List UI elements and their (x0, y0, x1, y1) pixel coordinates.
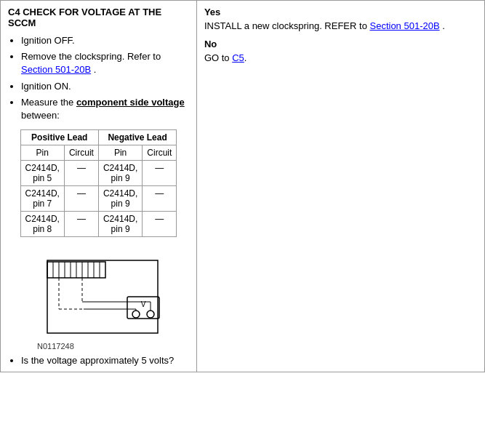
table-row: C2414D,pin 7 — C2414D,pin 9 — (20, 186, 177, 212)
table-row: C2414D,pin 5 — C2414D,pin 9 — (20, 161, 177, 186)
yes-install-text: INSTALL a new clockspring. REFER to (204, 20, 370, 31)
circuit-col-header-1: Circuit (64, 145, 98, 161)
no-label: No (204, 39, 477, 49)
table-subheader-row: Pin Circuit Pin Circuit (20, 145, 177, 161)
left-column: C4 CHECK FOR VOLTAGE AT THE SCCM Ignitio… (1, 1, 197, 372)
right-column: Yes INSTALL a new clockspring. REFER to … (196, 1, 484, 372)
voltage-measurement-table: Positive Lead Negative Lead Pin Circuit … (20, 129, 177, 237)
neg-pin-1: C2414D,pin 9 (98, 161, 142, 186)
pos-circuit-3: — (64, 212, 98, 237)
positive-lead-header: Positive Lead (20, 130, 98, 145)
no-suffix: . (244, 52, 247, 63)
bottom-question: Is the voltage approximately 5 volts? (8, 355, 189, 366)
pin-col-header-1: Pin (20, 145, 64, 161)
question-item: Is the voltage approximately 5 volts? (21, 355, 189, 366)
instruction-text-4: Measure the component side voltage betwe… (21, 97, 185, 121)
section-title: C4 CHECK FOR VOLTAGE AT THE SCCM (8, 7, 189, 28)
pos-pin-3: C2414D,pin 8 (20, 212, 64, 237)
no-goto-text: GO to (204, 52, 232, 63)
no-answer-text: GO to C5. (204, 52, 477, 63)
question-text: Is the voltage approximately 5 volts? (21, 355, 174, 366)
instructions-list: Ignition OFF. Remove the clockspring. Re… (21, 34, 189, 122)
neg-circuit-3: — (143, 212, 177, 237)
pos-pin-2: C2414D,pin 7 (20, 186, 64, 212)
pin-col-header-2: Pin (98, 145, 142, 161)
neg-circuit-1: — (143, 161, 177, 186)
yes-answer-text: INSTALL a new clockspring. REFER to Sect… (204, 20, 477, 31)
pos-circuit-2: — (64, 186, 98, 212)
instruction-item-1: Ignition OFF. (21, 34, 189, 47)
c5-link[interactable]: C5 (232, 52, 244, 63)
wiring-diagram: V N0117248 (8, 247, 189, 351)
table-header-row: Positive Lead Negative Lead (20, 130, 177, 145)
instruction-item-3: Ignition ON. (21, 80, 189, 93)
yes-suffix: . (440, 20, 445, 31)
instruction-text-1: Ignition OFF. (21, 35, 75, 46)
neg-pin-3: C2414D,pin 9 (98, 212, 142, 237)
section-501-20b-link-1[interactable]: Section 501-20B (21, 64, 91, 75)
table-row: C2414D,pin 8 — C2414D,pin 9 — (20, 212, 177, 237)
neg-circuit-2: — (143, 186, 177, 212)
pos-pin-1: C2414D,pin 5 (20, 161, 64, 186)
instruction-item-4: Measure the component side voltage betwe… (21, 96, 189, 122)
instruction-text-2: Remove the clockspring. Refer to (21, 51, 161, 62)
instruction-text-3: Ignition ON. (21, 81, 71, 92)
diagram-id-label: N0117248 (37, 342, 189, 351)
instruction-item-2: Remove the clockspring. Refer to Section… (21, 50, 189, 76)
neg-pin-2: C2414D,pin 9 (98, 186, 142, 212)
diagram-svg: V (25, 247, 171, 342)
section-501-20b-link-2[interactable]: Section 501-20B (369, 20, 439, 31)
pos-circuit-1: — (64, 161, 98, 186)
negative-lead-header: Negative Lead (98, 130, 176, 145)
yes-label: Yes (204, 7, 477, 17)
circuit-col-header-2: Circuit (143, 145, 177, 161)
